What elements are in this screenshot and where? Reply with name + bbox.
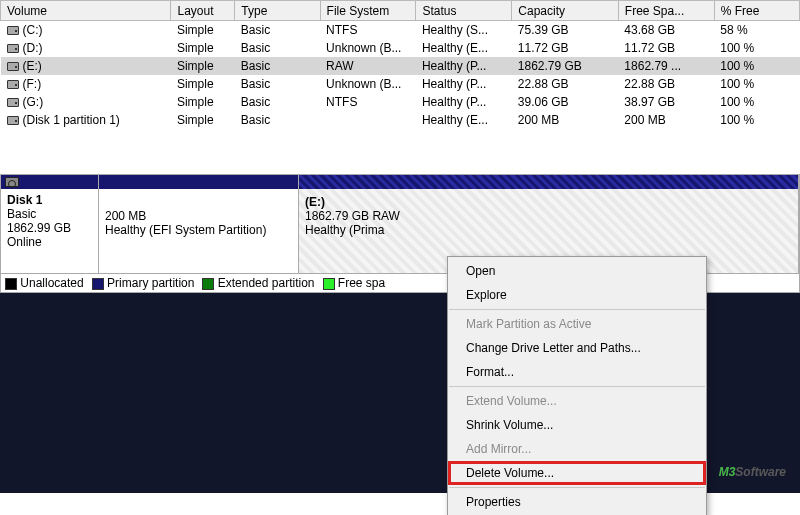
legend-item: Free spa [323, 276, 386, 290]
cell: Simple [171, 75, 235, 93]
menu-item-delete-volume[interactable]: Delete Volume... [448, 461, 706, 485]
cell: Healthy (P... [416, 75, 512, 93]
menu-item-mark-partition-as-active: Mark Partition as Active [448, 312, 706, 336]
cell: 1862.79 GB [512, 57, 619, 75]
disk-header: Disk 1 Basic 1862.99 GB Online [1, 175, 99, 273]
menu-item-shrink-volume[interactable]: Shrink Volume... [448, 413, 706, 437]
cell: (D:) [1, 39, 171, 57]
cell: Healthy (S... [416, 21, 512, 40]
menu-item-change-drive-letter-and-paths[interactable]: Change Drive Letter and Paths... [448, 336, 706, 360]
partition-status: Healthy (Prima [305, 223, 384, 237]
col-volume[interactable]: Volume [1, 1, 171, 21]
cell: 58 % [714, 21, 799, 40]
cell: 100 % [714, 57, 799, 75]
cell: Simple [171, 111, 235, 129]
table-row[interactable]: (F:)SimpleBasicUnknown (B...Healthy (P..… [1, 75, 800, 93]
col-capacity[interactable]: Capacity [512, 1, 619, 21]
cell: 11.72 GB [512, 39, 619, 57]
cell: (F:) [1, 75, 171, 93]
disk-size: 1862.99 GB [7, 221, 71, 235]
cell: Unknown (B... [320, 39, 416, 57]
disk-type: Basic [7, 207, 36, 221]
partition[interactable]: 200 MBHealthy (EFI System Partition) [99, 175, 299, 273]
partition-status: Healthy (EFI System Partition) [105, 223, 266, 237]
cell: Unknown (B... [320, 75, 416, 93]
context-menu[interactable]: OpenExploreMark Partition as ActiveChang… [447, 256, 707, 515]
drive-icon [7, 26, 19, 35]
cell: 22.88 GB [618, 75, 714, 93]
cell: Simple [171, 21, 235, 40]
cell: Healthy (E... [416, 39, 512, 57]
legend-swatch [202, 278, 214, 290]
cell [320, 111, 416, 129]
cell: 100 % [714, 39, 799, 57]
legend-swatch [92, 278, 104, 290]
col-layout[interactable]: Layout [171, 1, 235, 21]
cell: Basic [235, 75, 320, 93]
cell: 1862.79 ... [618, 57, 714, 75]
legend-item: Primary partition [92, 276, 195, 290]
table-row[interactable]: (D:)SimpleBasicUnknown (B...Healthy (E..… [1, 39, 800, 57]
legend-item: Extended partition [202, 276, 314, 290]
drive-icon [7, 98, 19, 107]
menu-item-properties[interactable]: Properties [448, 490, 706, 514]
menu-item-add-mirror: Add Mirror... [448, 437, 706, 461]
cell: 39.06 GB [512, 93, 619, 111]
drive-icon [7, 44, 19, 53]
cell: 38.97 GB [618, 93, 714, 111]
cell: Simple [171, 39, 235, 57]
partition-size: 1862.79 GB RAW [305, 209, 400, 223]
cell: Healthy (E... [416, 111, 512, 129]
cell: Basic [235, 21, 320, 40]
table-row[interactable]: (G:)SimpleBasicNTFSHealthy (P...39.06 GB… [1, 93, 800, 111]
menu-separator [449, 309, 705, 310]
cell: Basic [235, 39, 320, 57]
menu-item-format[interactable]: Format... [448, 360, 706, 384]
col-free-spa-[interactable]: Free Spa... [618, 1, 714, 21]
cell: 100 % [714, 111, 799, 129]
cell: NTFS [320, 93, 416, 111]
cell: Basic [235, 111, 320, 129]
cell: NTFS [320, 21, 416, 40]
cell: 100 % [714, 75, 799, 93]
cell: (G:) [1, 93, 171, 111]
cell: Healthy (P... [416, 93, 512, 111]
cell: Simple [171, 93, 235, 111]
legend-swatch [5, 278, 17, 290]
cell: 200 MB [618, 111, 714, 129]
cell: 75.39 GB [512, 21, 619, 40]
disk-icon [5, 177, 19, 187]
menu-item-extend-volume: Extend Volume... [448, 389, 706, 413]
legend-item: Unallocated [5, 276, 84, 290]
cell: (C:) [1, 21, 171, 40]
drive-icon [7, 80, 19, 89]
cell: Basic [235, 57, 320, 75]
volume-table[interactable]: VolumeLayoutTypeFile SystemStatusCapacit… [0, 0, 800, 129]
cell: Simple [171, 57, 235, 75]
menu-separator [449, 386, 705, 387]
col-status[interactable]: Status [416, 1, 512, 21]
table-row[interactable]: (C:)SimpleBasicNTFSHealthy (S...75.39 GB… [1, 21, 800, 40]
menu-separator [449, 487, 705, 488]
cell: 200 MB [512, 111, 619, 129]
disk-state: Online [7, 235, 42, 249]
table-row[interactable]: (E:)SimpleBasicRAWHealthy (P...1862.79 G… [1, 57, 800, 75]
cell: Healthy (P... [416, 57, 512, 75]
watermark: M3Software [719, 458, 786, 481]
col--free[interactable]: % Free [714, 1, 799, 21]
table-row[interactable]: (Disk 1 partition 1)SimpleBasicHealthy (… [1, 111, 800, 129]
cell: RAW [320, 57, 416, 75]
cell: 22.88 GB [512, 75, 619, 93]
cell: 43.68 GB [618, 21, 714, 40]
col-file-system[interactable]: File System [320, 1, 416, 21]
col-type[interactable]: Type [235, 1, 320, 21]
cell: 11.72 GB [618, 39, 714, 57]
partition-size: 200 MB [105, 209, 146, 223]
cell: 100 % [714, 93, 799, 111]
drive-icon [7, 62, 19, 71]
partition-label: (E:) [305, 195, 325, 209]
cell: (Disk 1 partition 1) [1, 111, 171, 129]
menu-item-open[interactable]: Open [448, 259, 706, 283]
disk-name: Disk 1 [7, 193, 42, 207]
menu-item-explore[interactable]: Explore [448, 283, 706, 307]
